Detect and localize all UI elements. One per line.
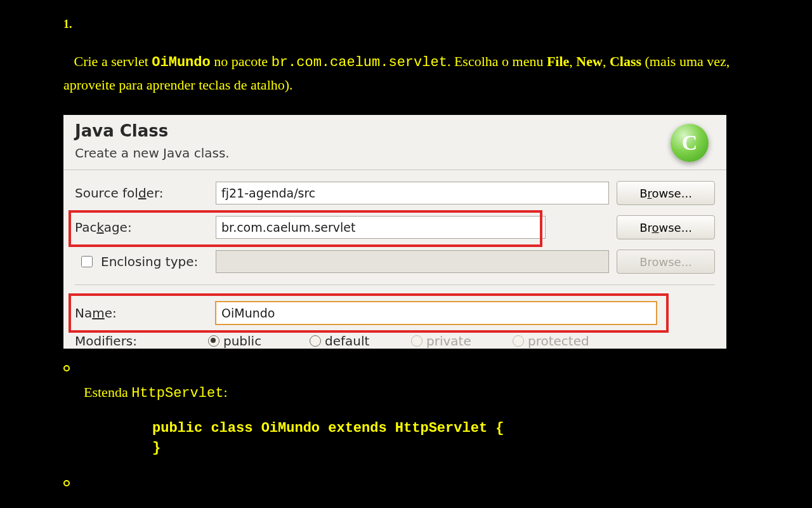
modifiers-row: Modifiers: public default private protec…	[75, 333, 715, 349]
modifier-public-radio[interactable]: public	[208, 333, 310, 349]
enclosing-type-input	[216, 250, 609, 273]
step-number: 1.	[63, 18, 761, 31]
name-label: Name:	[75, 305, 208, 321]
new-java-class-dialog: Java Class Create a new Java class. C So…	[63, 115, 726, 349]
dialog-title: Java Class	[75, 121, 715, 140]
enclosing-type-checkbox[interactable]	[81, 256, 93, 267]
source-folder-label: Source folder:	[75, 185, 208, 201]
source-folder-input[interactable]	[216, 182, 609, 204]
modifier-private-radio: private	[411, 333, 513, 349]
code-snippet: public class OiMundo extends HttpServlet…	[152, 419, 761, 458]
browse-package-button[interactable]: Browse...	[617, 215, 715, 239]
java-class-icon: C	[671, 124, 709, 162]
modifiers-label: Modifiers:	[75, 333, 208, 349]
modifier-default-radio[interactable]: default	[310, 333, 411, 349]
sub-bullet-1	[63, 365, 70, 371]
enclosing-type-label: Enclosing type:	[101, 254, 198, 269]
name-input[interactable]	[216, 302, 657, 324]
package-label: Package:	[75, 220, 208, 235]
dialog-subtitle: Create a new Java class.	[75, 145, 715, 161]
browse-enclosing-button: Browse...	[617, 250, 715, 274]
separator	[75, 284, 715, 285]
sub-instruction: Estenda HttpServlet:	[84, 384, 761, 401]
instruction-text: Crie a servlet OiMundo no pacote br.com.…	[63, 50, 761, 96]
browse-source-button[interactable]: Browse...	[617, 181, 715, 205]
package-input[interactable]	[216, 216, 546, 239]
sub-bullet-2	[63, 480, 70, 486]
modifier-protected-radio: protected	[513, 333, 614, 349]
